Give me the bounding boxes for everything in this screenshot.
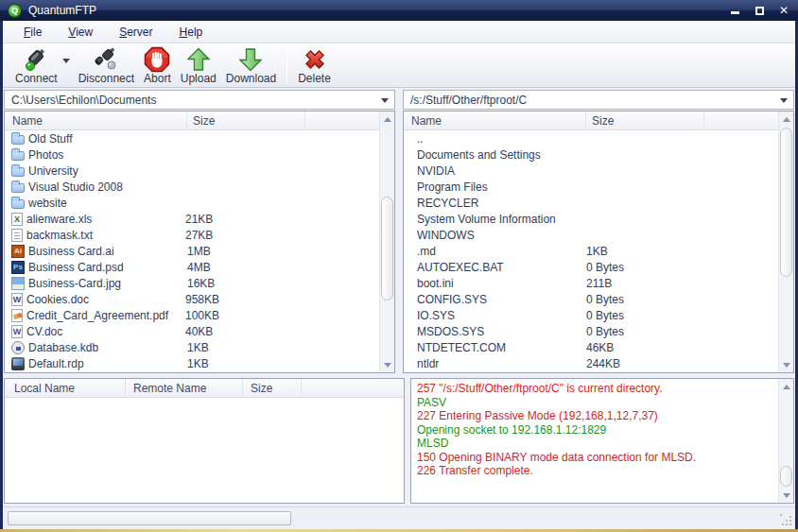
local-file-row[interactable]: University: [5, 163, 379, 179]
local-file-row[interactable]: Cookies.doc 958KB: [5, 291, 379, 307]
app-logo-icon: Q: [8, 4, 22, 18]
remote-file-row[interactable]: ntldr 244KB: [404, 355, 778, 371]
chevron-down-icon[interactable]: [780, 98, 788, 103]
file-name: backmask.txt: [26, 229, 185, 242]
remote-file-row[interactable]: System Volume Information: [404, 211, 778, 227]
abort-button[interactable]: Abort: [139, 45, 176, 86]
maximize-button[interactable]: [753, 5, 766, 16]
menu-view[interactable]: View: [59, 23, 102, 42]
file-size: 211B: [586, 277, 700, 290]
menubar: File View Server Help: [3, 21, 795, 43]
queue-list[interactable]: [5, 398, 404, 503]
scroll-down-icon[interactable]: [779, 357, 793, 372]
remote-file-row[interactable]: CONFIG.SYS 0 Bytes: [404, 291, 778, 307]
remote-file-row[interactable]: WINDOWS: [404, 227, 778, 243]
local-file-row[interactable]: Default.rdp 1KB: [5, 355, 379, 371]
toolbar-separator: [286, 47, 287, 83]
column-header-name[interactable]: Name: [404, 112, 586, 129]
file-size: 1KB: [187, 357, 301, 370]
local-file-row[interactable]: alienware.xls 21KB: [5, 211, 379, 227]
file-name: Documents and Settings: [417, 148, 586, 162]
remote-file-row[interactable]: IO.SYS 0 Bytes: [404, 307, 778, 323]
disconnect-plug-icon: [93, 46, 119, 73]
local-file-row[interactable]: Credit_Card_Agreement.pdf 100KB: [5, 307, 379, 323]
file-size: 0 Bytes: [586, 325, 700, 338]
file-type-icon: [11, 229, 23, 242]
file-name: ..: [417, 132, 586, 146]
minimize-button[interactable]: [728, 5, 741, 16]
local-file-row[interactable]: Photos: [5, 146, 379, 163]
remote-file-row[interactable]: NTDETECT.COM 46KB: [404, 339, 778, 355]
disconnect-button[interactable]: Disconnect: [74, 45, 139, 86]
local-file-row[interactable]: Business Card.psd 4MB: [5, 259, 379, 275]
local-file-row[interactable]: Visual Studio 2008: [5, 179, 379, 195]
file-type-icon: [11, 167, 25, 177]
file-name: Photos: [28, 148, 187, 162]
column-header-size[interactable]: Size: [586, 112, 704, 129]
file-size: 958KB: [185, 293, 299, 306]
local-list-header: Name Size: [5, 112, 379, 130]
file-name: Default.rdp: [28, 357, 187, 370]
remote-file-row[interactable]: MSDOS.SYS 0 Bytes: [404, 323, 778, 339]
log-output[interactable]: 257 "/s:/Stuff/Other/ftproot/C" is curre…: [411, 379, 778, 503]
file-name: RECYCLER: [417, 197, 586, 210]
scroll-up-icon[interactable]: [380, 112, 394, 127]
file-type-icon: [11, 341, 25, 354]
scroll-up-icon[interactable]: [779, 379, 793, 394]
remote-path-combobox[interactable]: /s:/Stuff/Other/ftproot/C: [403, 90, 794, 110]
resize-grip[interactable]: [780, 514, 791, 525]
local-path-combobox[interactable]: C:\Users\Echilon\Documents: [4, 90, 395, 110]
local-file-row[interactable]: Business-Card.jpg 16KB: [5, 275, 379, 291]
remote-file-row[interactable]: Documents and Settings: [404, 146, 778, 163]
upload-button[interactable]: Upload: [176, 45, 221, 86]
file-size: 0 Bytes: [586, 293, 700, 306]
log-scrollbar[interactable]: [778, 379, 793, 503]
local-file-row[interactable]: CV.doc 40KB: [5, 323, 379, 339]
menu-server[interactable]: Server: [110, 23, 162, 42]
local-file-row[interactable]: Database.kdb 1KB: [5, 339, 379, 355]
file-type-icon: [11, 357, 25, 370]
column-header-size[interactable]: Size: [187, 112, 305, 129]
scrollbar-thumb[interactable]: [780, 128, 792, 277]
column-header-local-name[interactable]: Local Name: [5, 379, 126, 397]
local-list-scrollbar[interactable]: [379, 112, 394, 372]
remote-list-scrollbar[interactable]: [778, 112, 793, 372]
local-file-row[interactable]: Old Stuff: [5, 130, 379, 146]
remote-file-row[interactable]: .md 1KB: [404, 243, 778, 259]
file-size: 46KB: [586, 341, 700, 354]
remote-file-row[interactable]: ..: [404, 130, 778, 146]
local-file-row[interactable]: website: [5, 195, 379, 211]
column-header-name[interactable]: Name: [5, 112, 187, 129]
remote-file-row[interactable]: Program Files: [404, 179, 778, 195]
scroll-up-icon[interactable]: [779, 112, 793, 127]
log-line: 227 Entering Passive Mode (192,168,1,12,…: [417, 409, 772, 423]
scroll-down-icon[interactable]: [779, 488, 793, 503]
column-header-size[interactable]: Size: [243, 379, 302, 397]
file-name: alienware.xls: [26, 213, 185, 226]
file-name: Business Card.psd: [28, 261, 187, 274]
scrollbar-thumb[interactable]: [780, 466, 792, 487]
scroll-down-icon[interactable]: [380, 357, 394, 372]
file-type-icon: [11, 183, 25, 193]
window-title: QuantumFTP: [28, 4, 96, 17]
file-name: .md: [417, 245, 586, 258]
menu-file[interactable]: File: [14, 23, 51, 42]
close-button[interactable]: ✕: [777, 5, 790, 16]
file-name: Business-Card.jpg: [28, 277, 187, 290]
download-button[interactable]: Download: [221, 45, 281, 86]
local-file-row[interactable]: Business Card.ai 1MB: [5, 243, 379, 259]
delete-button[interactable]: Delete: [293, 45, 336, 86]
remote-file-row[interactable]: AUTOEXEC.BAT 0 Bytes: [404, 259, 778, 275]
menu-help[interactable]: Help: [170, 23, 213, 42]
file-name: AUTOEXEC.BAT: [417, 261, 586, 274]
local-file-row[interactable]: backmask.txt 27KB: [5, 227, 379, 243]
remote-file-row[interactable]: boot.ini 211B: [404, 275, 778, 291]
column-header-remote-name[interactable]: Remote Name: [126, 379, 243, 397]
file-name: Program Files: [417, 180, 586, 194]
remote-file-row[interactable]: RECYCLER: [404, 195, 778, 211]
remote-file-row[interactable]: NVIDIA: [404, 163, 778, 179]
connect-button[interactable]: Connect: [10, 45, 62, 86]
scrollbar-thumb[interactable]: [381, 197, 393, 300]
connect-dropdown-arrow-icon[interactable]: [62, 59, 70, 63]
chevron-down-icon[interactable]: [381, 98, 389, 103]
